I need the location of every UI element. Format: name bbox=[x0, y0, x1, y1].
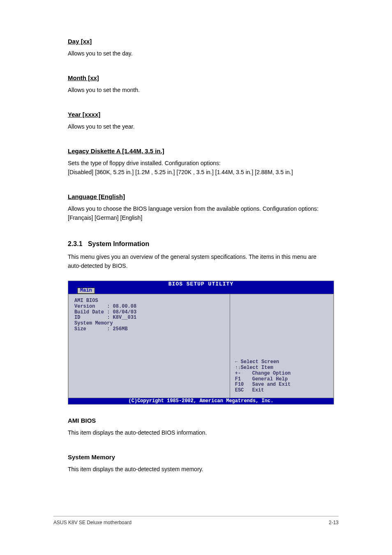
field-label: Year [xxxx] bbox=[68, 110, 324, 120]
field-desc-line2: [Disabled] [360K, 5.25 in.] [1.2M , 5.25… bbox=[68, 169, 293, 175]
help-row: +- Change Option bbox=[235, 371, 328, 377]
field-desc: Allows you to set the day. bbox=[68, 50, 133, 57]
bios-titlebar: BIOS SETUP UTILITY bbox=[68, 281, 334, 288]
section-number: 2.3.1 bbox=[68, 240, 83, 247]
bios-tab-main[interactable]: Main bbox=[77, 288, 95, 294]
bios-line: System Memory bbox=[74, 321, 224, 327]
arrow-left-icon: ← bbox=[235, 359, 241, 365]
bios-help-list: ← Select Screen ↑↓ Select Item +- Change… bbox=[235, 359, 328, 394]
field-desc-line1: Sets the type of floppy drive installed.… bbox=[68, 160, 221, 166]
bios-line: AMI BIOS bbox=[74, 298, 224, 304]
document-body: Day [xx] Allows you to set the day. Mont… bbox=[0, 0, 392, 474]
section-title: System Information bbox=[88, 240, 149, 247]
field-label: Legacy Diskette A [1.44M, 3.5 in.] bbox=[68, 147, 324, 156]
field-language: Language [English] Allows you to choose … bbox=[68, 192, 324, 223]
help-label: Select Screen bbox=[241, 359, 328, 365]
help-key: F1 bbox=[235, 377, 252, 382]
field-label: Language [English] bbox=[68, 192, 324, 202]
field-label: AMI BIOS bbox=[68, 416, 324, 426]
field-ami-bios: AMI BIOS This item displays the auto-det… bbox=[68, 416, 324, 437]
field-label: Month [xx] bbox=[68, 74, 324, 83]
help-label: Save and Exit bbox=[252, 382, 328, 388]
field-day: Day [xx] Allows you to set the day. bbox=[68, 37, 324, 58]
help-row: F10 Save and Exit bbox=[235, 382, 328, 388]
help-key: +- bbox=[235, 371, 252, 377]
help-row: ESC Exit bbox=[235, 388, 328, 394]
field-desc: This item displays the auto-detected sys… bbox=[68, 466, 203, 472]
help-label: Change Option bbox=[252, 371, 328, 377]
bios-info-panel: AMI BIOS Version : 08.00.08 Build Date :… bbox=[68, 294, 230, 398]
field-month: Month [xx] Allows you to set the month. bbox=[68, 74, 324, 94]
field-desc: Sets the type of floppy drive installed.… bbox=[68, 159, 324, 177]
bios-tab-bar: Main bbox=[68, 288, 334, 294]
bios-line: ID : K8V__031 bbox=[74, 315, 224, 321]
field-system-memory: System Memory This item displays the aut… bbox=[68, 453, 324, 474]
section-heading: 2.3.1 System Information bbox=[68, 239, 324, 249]
bios-line: Version : 08.00.08 bbox=[74, 304, 224, 310]
help-row: ↑↓ Select Item bbox=[235, 365, 328, 371]
help-row: F1 General Help bbox=[235, 377, 328, 382]
help-label: General Help bbox=[252, 377, 328, 382]
help-label: Select Item bbox=[241, 365, 328, 371]
field-label: System Memory bbox=[68, 453, 324, 462]
footer-left: ASUS K8V SE Deluxe motherboard bbox=[53, 520, 131, 525]
bios-help-panel: ← Select Screen ↑↓ Select Item +- Change… bbox=[230, 294, 334, 398]
page-footer: ASUS K8V SE Deluxe motherboard 2-13 bbox=[53, 516, 339, 525]
help-label: Exit bbox=[252, 388, 328, 394]
field-year: Year [xxxx] Allows you to set the year. bbox=[68, 110, 324, 131]
help-key: F10 bbox=[235, 382, 252, 388]
field-desc: Allows you to choose the BIOS language v… bbox=[68, 205, 318, 221]
field-label: Day [xx] bbox=[68, 37, 324, 46]
bios-copyright: (C)Copyright 1985-2002, American Megatre… bbox=[68, 398, 334, 404]
section-description: This menu gives you an overview of the g… bbox=[68, 252, 324, 271]
field-desc: This item displays the auto-detected BIO… bbox=[68, 429, 207, 436]
bios-body: AMI BIOS Version : 08.00.08 Build Date :… bbox=[68, 294, 334, 398]
field-legacy-diskette: Legacy Diskette A [1.44M, 3.5 in.] Sets … bbox=[68, 147, 324, 177]
field-desc: Allows you to set the year. bbox=[68, 123, 135, 130]
arrow-updown-icon: ↑↓ bbox=[235, 365, 241, 371]
footer-right: 2-13 bbox=[329, 520, 339, 525]
bios-line: Build Date : 08/04/03 bbox=[74, 310, 224, 315]
help-key: ESC bbox=[235, 388, 252, 394]
help-row: ← Select Screen bbox=[235, 359, 328, 365]
bios-setup-window: BIOS SETUP UTILITY Main AMI BIOS Version… bbox=[68, 281, 334, 405]
bios-line: Size : 256MB bbox=[74, 327, 224, 332]
field-desc: Allows you to set the month. bbox=[68, 87, 140, 93]
